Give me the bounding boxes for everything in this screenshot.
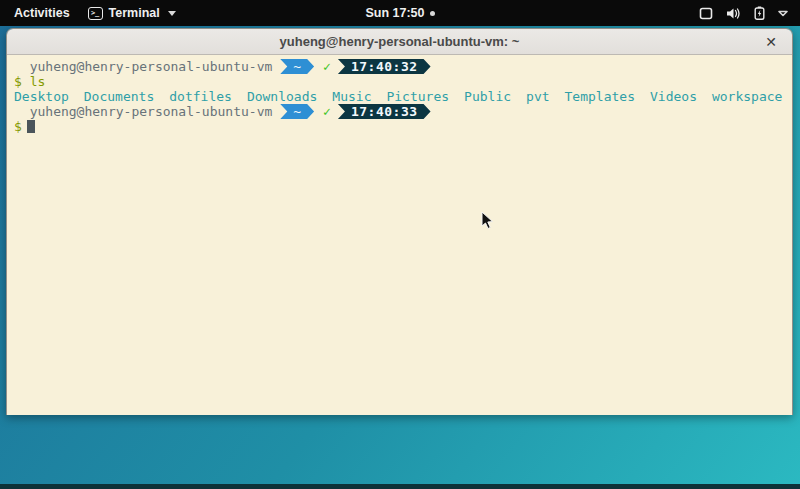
directory-name: Desktop (14, 89, 69, 104)
prompt-user: yuheng@henry-personal-ubuntu-vm (14, 59, 272, 74)
clock-label[interactable]: Sun 17:50 (365, 6, 424, 20)
status-check-icon: ✓ (323, 59, 331, 74)
close-button[interactable]: ✕ (760, 29, 782, 55)
current-prompt-line: $ (14, 119, 792, 134)
ls-output-line: DesktopDocumentsdotfilesDownloadsMusicPi… (14, 89, 792, 104)
terminal-window: yuheng@henry-personal-ubuntu-vm: ~ ✕ yuh… (6, 28, 793, 415)
command-text: ls (30, 74, 46, 89)
top-bar-left: Activities >_ Terminal (0, 4, 176, 22)
app-menu-button[interactable]: >_ Terminal (88, 6, 176, 20)
mouse-cursor-icon (481, 211, 494, 234)
directory-name: Downloads (247, 89, 317, 104)
app-menu-label: Terminal (109, 6, 160, 20)
directory-name: dotfiles (169, 89, 232, 104)
prompt-user: yuheng@henry-personal-ubuntu-vm (14, 104, 272, 119)
system-status-area[interactable] (699, 6, 800, 20)
prompt-dollar: $ (14, 119, 22, 134)
volume-icon (726, 7, 741, 20)
directory-name: Templates (565, 89, 635, 104)
prompt-path-segment: ~ (280, 104, 314, 119)
chevron-down-icon (778, 10, 788, 17)
directory-name: Videos (650, 89, 697, 104)
directory-name: pvt (526, 89, 549, 104)
gnome-top-bar: Activities >_ Terminal Sun 17:50 (0, 0, 800, 26)
command-line: $ ls (14, 74, 792, 89)
window-title: yuheng@henry-personal-ubuntu-vm: ~ (280, 34, 520, 49)
directory-name: Public (464, 89, 511, 104)
directory-name: Music (332, 89, 371, 104)
text-cursor (27, 120, 35, 133)
display-icon (699, 7, 713, 20)
desktop-bottom-strip (0, 484, 800, 489)
window-titlebar[interactable]: yuheng@henry-personal-ubuntu-vm: ~ ✕ (7, 29, 792, 55)
directory-name: Documents (84, 89, 154, 104)
chevron-down-icon (168, 11, 176, 16)
prompt-path-segment: ~ (280, 59, 314, 74)
screen: Activities >_ Terminal Sun 17:50 (0, 0, 800, 489)
prompt-time-segment: 17:40:32 (338, 59, 431, 74)
prompt-line-1: yuheng@henry-personal-ubuntu-vm ~ ✓ 17:4… (14, 59, 792, 74)
activities-button[interactable]: Activities (10, 4, 74, 22)
status-check-icon: ✓ (323, 104, 331, 119)
directory-name: Pictures (386, 89, 449, 104)
prompt-line-2: yuheng@henry-personal-ubuntu-vm ~ ✓ 17:4… (14, 104, 792, 119)
battery-charging-icon (754, 6, 765, 20)
prompt-time-segment: 17:40:33 (338, 104, 431, 119)
terminal-content[interactable]: yuheng@henry-personal-ubuntu-vm ~ ✓ 17:4… (7, 55, 792, 415)
notification-dot-icon (430, 11, 435, 16)
directory-name: workspace (712, 89, 782, 104)
terminal-app-icon: >_ (88, 7, 103, 20)
prompt-dollar: $ (14, 74, 22, 89)
